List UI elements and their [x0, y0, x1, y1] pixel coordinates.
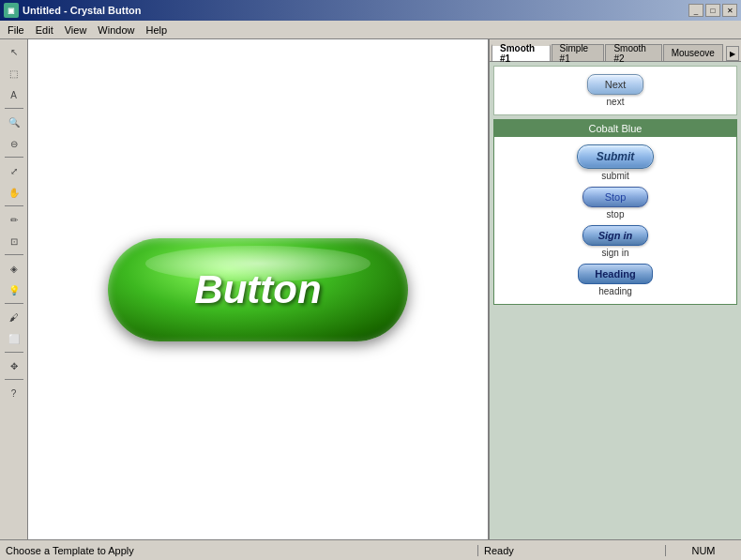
toolbar: ↖ ⬚ A 🔍 ⊖ ⤢ ✋ ✏ ⊡ ◈ 💡 🖌 ⬜ ✥ ?: [0, 39, 28, 539]
tool-separator-3: [5, 205, 23, 206]
tool-bulb[interactable]: 💡: [4, 280, 24, 300]
panel-content[interactable]: Next next Cobalt Blue Submit submit Stop…: [490, 62, 741, 539]
tool-shape[interactable]: ◈: [4, 258, 24, 279]
signin-template-item[interactable]: Sign in sign in: [498, 225, 733, 258]
tool-zoom-in[interactable]: 🔍: [4, 112, 24, 132]
tab-mouseover[interactable]: Mouseove: [663, 44, 723, 61]
tabs-bar: Smooth #1 Simple #1 Smooth #2 Mouseove ▶: [490, 39, 741, 62]
next-section: Next next: [493, 66, 737, 115]
menu-bar: File Edit View Window Help: [0, 21, 741, 39]
close-button[interactable]: ✕: [722, 4, 737, 17]
menu-view[interactable]: View: [59, 23, 93, 38]
next-template-item[interactable]: Next next: [498, 74, 733, 107]
heading-template-item[interactable]: Heading heading: [498, 264, 733, 296]
maximize-button[interactable]: □: [705, 4, 720, 17]
tool-text[interactable]: A: [4, 84, 24, 105]
cobalt-body: Submit submit Stop stop Sign in sign in …: [494, 137, 736, 304]
cobalt-header: Cobalt Blue: [494, 120, 736, 137]
status-bar: Choose a Template to Apply Ready NUM: [0, 539, 741, 560]
signin-button[interactable]: Sign in: [582, 225, 648, 246]
right-panel: Smooth #1 Simple #1 Smooth #2 Mouseove ▶…: [488, 39, 741, 539]
heading-label: heading: [598, 286, 632, 296]
tab-scroll-right[interactable]: ▶: [726, 46, 739, 61]
tool-separator-1: [5, 108, 23, 109]
canvas-area[interactable]: Button: [28, 39, 488, 539]
tool-pencil[interactable]: ✏: [4, 209, 24, 230]
tool-separator-2: [5, 157, 23, 158]
title-bar-buttons[interactable]: _ □ ✕: [688, 4, 737, 17]
signin-label: sign in: [602, 248, 629, 258]
status-num: NUM: [666, 545, 741, 556]
tab-simple1[interactable]: Simple #1: [552, 44, 605, 61]
menu-edit[interactable]: Edit: [30, 23, 59, 38]
tool-separator-4: [5, 254, 23, 255]
menu-help[interactable]: Help: [140, 23, 173, 38]
tool-crop[interactable]: ⊡: [4, 231, 24, 251]
menu-file[interactable]: File: [2, 23, 30, 38]
tool-separator-7: [5, 379, 23, 380]
stop-template-item[interactable]: Stop stop: [498, 187, 733, 219]
tool-zoom-out[interactable]: ⊖: [4, 133, 24, 154]
tool-question[interactable]: ?: [4, 383, 24, 403]
submit-label: submit: [601, 171, 628, 181]
status-message: Choose a Template to Apply: [0, 545, 478, 556]
main-button[interactable]: Button: [108, 238, 408, 341]
next-label: next: [607, 97, 625, 107]
title-bar-left: ▣ Untitled - Crystal Button: [4, 3, 142, 18]
title-bar: ▣ Untitled - Crystal Button _ □ ✕: [0, 0, 741, 21]
menu-window[interactable]: Window: [92, 23, 140, 38]
tool-move[interactable]: ✥: [4, 356, 24, 376]
tool-separator-6: [5, 352, 23, 353]
next-button[interactable]: Next: [587, 74, 644, 95]
tool-select[interactable]: ⬚: [4, 63, 24, 83]
tab-smooth1[interactable]: Smooth #1: [491, 44, 551, 61]
status-ready: Ready: [478, 545, 666, 556]
tool-cursor[interactable]: ⤢: [4, 160, 24, 181]
tab-smooth2[interactable]: Smooth #2: [605, 44, 661, 61]
cobalt-section: Cobalt Blue Submit submit Stop stop Sign…: [493, 119, 737, 305]
tool-paint[interactable]: 🖌: [4, 307, 24, 327]
heading-button[interactable]: Heading: [578, 264, 653, 284]
tool-eraser[interactable]: ⬜: [4, 328, 24, 349]
stop-label: stop: [607, 209, 625, 219]
submit-button[interactable]: Submit: [577, 144, 655, 169]
main-button-label: Button: [194, 267, 321, 312]
tool-pointer[interactable]: ↖: [4, 41, 24, 62]
tool-hand[interactable]: ✋: [4, 182, 24, 203]
minimize-button[interactable]: _: [688, 4, 703, 17]
stop-button[interactable]: Stop: [582, 187, 648, 207]
app-icon: ▣: [4, 3, 19, 18]
submit-template-item[interactable]: Submit submit: [498, 144, 733, 181]
tool-separator-5: [5, 303, 23, 304]
app-body: ↖ ⬚ A 🔍 ⊖ ⤢ ✋ ✏ ⊡ ◈ 💡 🖌 ⬜ ✥ ? Button Smo…: [0, 39, 741, 539]
window-title: Untitled - Crystal Button: [23, 5, 142, 16]
